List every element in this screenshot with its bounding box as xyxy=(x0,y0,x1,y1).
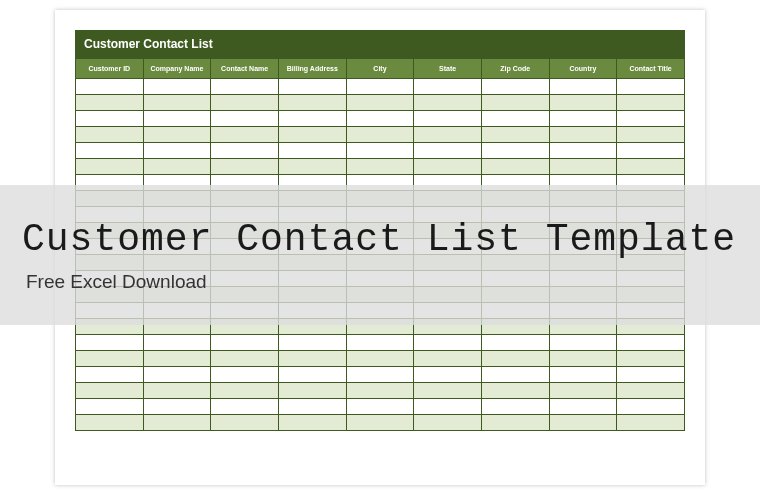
overlay-title: Customer Contact List Template xyxy=(22,218,760,261)
table-cell xyxy=(76,383,144,399)
table-cell xyxy=(549,383,617,399)
table-cell xyxy=(143,399,211,415)
promo-overlay: Customer Contact List Template Free Exce… xyxy=(0,185,760,325)
col-billing-address: Billing Address xyxy=(278,59,346,79)
table-cell xyxy=(278,383,346,399)
table-cell xyxy=(278,399,346,415)
table-cell xyxy=(617,335,685,351)
table-cell xyxy=(76,399,144,415)
table-cell xyxy=(211,415,279,431)
table-cell xyxy=(76,335,144,351)
table-cell xyxy=(617,79,685,95)
table-cell xyxy=(414,415,482,431)
table-cell xyxy=(143,383,211,399)
table-cell xyxy=(76,127,144,143)
table-row xyxy=(76,111,685,127)
table-cell xyxy=(76,351,144,367)
table-row xyxy=(76,415,685,431)
table-cell xyxy=(549,415,617,431)
table-cell xyxy=(617,159,685,175)
table-cell xyxy=(278,143,346,159)
col-contact-name: Contact Name xyxy=(211,59,279,79)
col-company-name: Company Name xyxy=(143,59,211,79)
table-cell xyxy=(76,79,144,95)
table-cell xyxy=(143,79,211,95)
table-cell xyxy=(278,95,346,111)
table-cell xyxy=(143,335,211,351)
col-country: Country xyxy=(549,59,617,79)
table-cell xyxy=(617,127,685,143)
table-cell xyxy=(549,351,617,367)
table-cell xyxy=(414,143,482,159)
overlay-subtitle: Free Excel Download xyxy=(26,271,760,293)
table-row xyxy=(76,95,685,111)
table-cell xyxy=(76,367,144,383)
table-cell xyxy=(143,351,211,367)
col-zip-code: Zip Code xyxy=(481,59,549,79)
table-cell xyxy=(414,111,482,127)
table-cell xyxy=(414,335,482,351)
table-cell xyxy=(278,367,346,383)
table-cell xyxy=(143,143,211,159)
table-row xyxy=(76,127,685,143)
table-cell xyxy=(414,95,482,111)
table-cell xyxy=(211,335,279,351)
table-row xyxy=(76,143,685,159)
col-city: City xyxy=(346,59,414,79)
table-row xyxy=(76,159,685,175)
table-cell xyxy=(549,79,617,95)
table-cell xyxy=(414,127,482,143)
table-cell xyxy=(617,111,685,127)
table-cell xyxy=(211,95,279,111)
table-cell xyxy=(481,415,549,431)
table-cell xyxy=(617,367,685,383)
col-state: State xyxy=(414,59,482,79)
table-cell xyxy=(76,95,144,111)
table-cell xyxy=(481,383,549,399)
table-cell xyxy=(76,415,144,431)
table-cell xyxy=(414,79,482,95)
table-cell xyxy=(617,399,685,415)
table-cell xyxy=(481,95,549,111)
col-contact-title: Contact Title xyxy=(617,59,685,79)
table-cell xyxy=(414,351,482,367)
table-cell xyxy=(211,383,279,399)
table-cell xyxy=(549,367,617,383)
table-cell xyxy=(549,111,617,127)
table-cell xyxy=(481,351,549,367)
table-cell xyxy=(76,111,144,127)
table-cell xyxy=(211,159,279,175)
table-cell xyxy=(481,367,549,383)
sheet-title: Customer Contact List xyxy=(75,30,685,58)
table-cell xyxy=(143,159,211,175)
table-cell xyxy=(414,383,482,399)
table-cell xyxy=(481,111,549,127)
table-cell xyxy=(346,383,414,399)
table-cell xyxy=(211,351,279,367)
table-cell xyxy=(278,351,346,367)
table-cell xyxy=(278,415,346,431)
header-row: Customer ID Company Name Contact Name Bi… xyxy=(76,59,685,79)
table-cell xyxy=(481,143,549,159)
table-cell xyxy=(346,143,414,159)
table-cell xyxy=(278,111,346,127)
table-cell xyxy=(617,143,685,159)
table-cell xyxy=(346,111,414,127)
table-cell xyxy=(346,335,414,351)
table-cell xyxy=(346,399,414,415)
table-cell xyxy=(211,367,279,383)
table-cell xyxy=(549,127,617,143)
table-cell xyxy=(76,143,144,159)
table-cell xyxy=(481,399,549,415)
table-cell xyxy=(346,415,414,431)
table-cell xyxy=(76,159,144,175)
table-cell xyxy=(346,95,414,111)
table-cell xyxy=(346,159,414,175)
table-cell xyxy=(143,127,211,143)
table-cell xyxy=(346,367,414,383)
table-cell xyxy=(617,95,685,111)
table-cell xyxy=(143,415,211,431)
table-row xyxy=(76,399,685,415)
table-row xyxy=(76,335,685,351)
table-cell xyxy=(211,143,279,159)
